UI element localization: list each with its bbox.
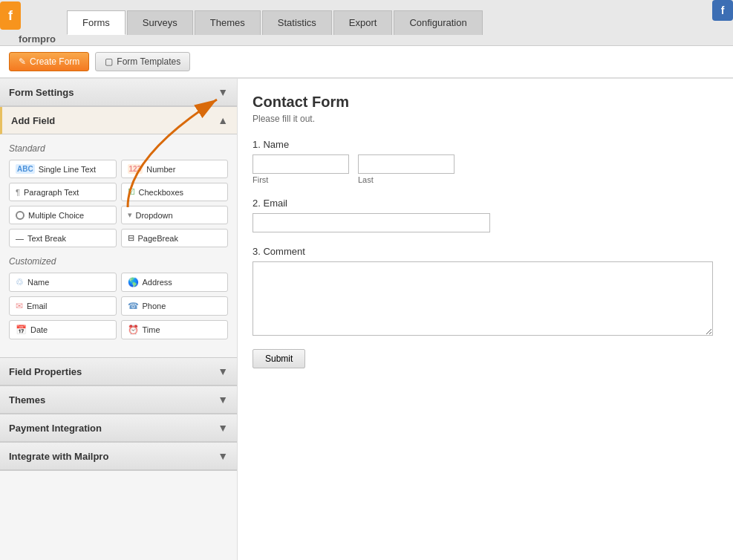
customized-fields-grid: ♲ Name 🌎 Address ✉ Email ☎ Phone [9,273,228,339]
field-btn-multiple-choice[interactable]: Multiple Choice [9,206,117,224]
field-btn-number[interactable]: 123 Number [121,160,229,178]
time-icon: ⏰ [128,325,139,335]
name-last-wrap: Last [358,154,455,184]
tab-forms[interactable]: Forms [67,10,126,35]
field-properties-collapse-icon: ▼ [218,365,228,377]
form-preview: Contact Form Please fill it out. 1. Name… [238,79,733,560]
payment-collapse-icon: ▼ [218,422,228,434]
field-btn-text-break[interactable]: — Text Break [9,229,117,247]
radio-icon [16,211,25,220]
form-templates-button[interactable]: ▢ Form Templates [95,52,190,71]
mailpro-header[interactable]: Integrate with Mailpro ▼ [0,443,237,470]
add-field-header[interactable]: Add Field ▲ [0,107,237,134]
payment-integration-section: Payment Integration ▼ [0,414,237,443]
email-icon: ✉ [16,301,23,311]
themes-header[interactable]: Themes ▼ [0,386,237,414]
abc-icon: ABC [16,164,35,174]
form-field-comment: 3. Comment [253,246,718,336]
form-field-name-label: 1. Name [253,139,718,150]
field-properties-section: Field Properties ▼ [0,358,237,386]
name-inputs: First Last [253,154,718,184]
field-btn-checkboxes[interactable]: ☑ Checkboxes [121,183,229,201]
email-input[interactable] [253,213,490,232]
field-btn-page-break[interactable]: ⊟ PageBreak [121,229,229,247]
mailpro-collapse-icon: ▼ [218,450,228,462]
comment-textarea[interactable] [253,261,713,336]
mailpro-section: Integrate with Mailpro ▼ [0,443,237,471]
form-field-email: 2. Email [253,198,718,232]
text-break-icon: — [16,234,24,243]
customized-label: Customized [9,256,228,267]
123-icon: 123 [128,164,143,174]
themes-section: Themes ▼ [0,386,237,414]
checkboxes-icon: ☑ [128,187,135,197]
standard-label: Standard [9,143,228,154]
page-break-icon: ⊟ [128,233,134,243]
add-field-section: Add Field ▲ Standard ABC Single Line Tex… [0,107,237,358]
tab-configuration[interactable]: Configuration [394,10,482,35]
form-field-email-label: 2. Email [253,198,718,209]
left-panel: Form Settings ▼ Add Field ▲ Standard ABC… [0,79,238,560]
logo-icon-orange: f [0,1,21,30]
standard-fields-grid: ABC Single Line Text 123 Number ¶ Paragr… [9,160,228,247]
field-btn-name[interactable]: ♲ Name [9,273,117,292]
form-settings-collapse-icon: ▼ [218,86,228,98]
submit-button[interactable]: Submit [253,349,305,368]
field-properties-header[interactable]: Field Properties ▼ [0,358,237,385]
logo-icon-blue: f [712,0,733,21]
tab-surveys[interactable]: Surveys [127,10,193,35]
tab-export[interactable]: Export [333,10,393,35]
nav-tabs: Forms Surveys Themes Statistics Export C… [67,10,483,35]
logo: f f formpro [7,1,67,45]
name-first-input[interactable] [253,154,349,174]
field-btn-time[interactable]: ⏰ Time [121,320,229,339]
field-btn-single-line-text[interactable]: ABC Single Line Text [9,160,117,178]
name-last-input[interactable] [358,154,455,174]
create-form-button[interactable]: ✎ Create Form [9,52,89,71]
name-first-label: First [253,175,349,184]
phone-icon: ☎ [128,301,139,311]
field-btn-email[interactable]: ✉ Email [9,296,117,316]
logo-text: formpro [19,33,56,45]
tab-statistics[interactable]: Statistics [262,10,332,35]
form-settings-section: Form Settings ▼ [0,79,237,107]
field-btn-paragraph-text[interactable]: ¶ Paragraph Text [9,183,117,201]
field-btn-phone[interactable]: ☎ Phone [121,296,229,316]
name-icon: ♲ [16,277,24,287]
form-settings-header[interactable]: Form Settings ▼ [0,79,237,106]
toolbar: ✎ Create Form ▢ Form Templates [0,46,733,78]
form-field-comment-label: 3. Comment [253,246,718,257]
name-first-wrap: First [253,154,349,184]
dropdown-icon: ▾ [128,210,132,220]
right-panel: Contact Form Please fill it out. 1. Name… [238,79,733,560]
payment-integration-header[interactable]: Payment Integration ▼ [0,414,237,442]
form-field-name: 1. Name First Last [253,139,718,184]
paragraph-icon: ¶ [16,188,20,197]
address-icon: 🌎 [128,277,139,287]
field-btn-dropdown[interactable]: ▾ Dropdown [121,206,229,224]
header: f f formpro Forms Surveys Themes Statist… [0,0,733,46]
form-subtitle: Please fill it out. [253,114,718,124]
add-field-content: Standard ABC Single Line Text 123 Number… [0,134,237,357]
form-title: Contact Form [253,94,718,111]
themes-collapse-icon: ▼ [218,394,228,406]
tab-themes[interactable]: Themes [195,10,261,35]
add-field-collapse-icon: ▲ [218,114,228,126]
field-btn-address[interactable]: 🌎 Address [121,273,229,292]
field-btn-date[interactable]: 📅 Date [9,320,117,339]
create-form-icon: ✎ [19,56,26,67]
main-layout: Form Settings ▼ Add Field ▲ Standard ABC… [0,79,733,560]
name-last-label: Last [358,175,455,184]
templates-icon: ▢ [105,56,113,67]
date-icon: 📅 [16,325,27,335]
